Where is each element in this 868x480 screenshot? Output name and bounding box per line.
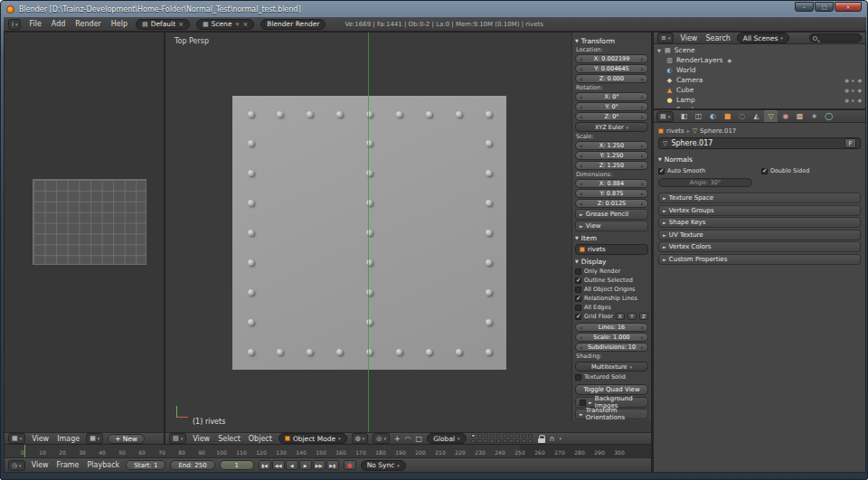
layer-toggle-13[interactable] — [484, 439, 488, 443]
layer-toggle-16[interactable] — [503, 439, 507, 443]
uv-image-editor[interactable]: ▦▾ View Image ▦▾ +New — [5, 33, 164, 444]
panel-vertex-groups[interactable]: ►Vertex Groups — [658, 205, 861, 216]
toggle-all-edges[interactable]: All Edges — [575, 303, 648, 312]
render-engine-selector[interactable]: Blender Render — [260, 19, 326, 30]
panel-custom-properties[interactable]: ►Custom Properties — [658, 254, 861, 265]
layer-toggle-1[interactable] — [471, 434, 476, 438]
outliner-item-cube[interactable]: ▲Cube◉▸◆ — [654, 85, 865, 95]
layer-toggle-7[interactable] — [509, 434, 514, 438]
layer-toggle-17[interactable] — [509, 439, 514, 443]
panel-view[interactable]: ►View — [575, 221, 648, 231]
panel-display[interactable]: ▼Display — [575, 256, 648, 267]
add-scene-icon[interactable]: + — [235, 21, 241, 28]
layer-toggle-9[interactable] — [522, 434, 526, 438]
layer-toggle-20[interactable] — [528, 439, 533, 443]
titlebar[interactable]: Blender [D:\Trainz-Development\Home-Fold… — [1, 1, 867, 17]
manipulator-scale-icon[interactable]: □ — [416, 435, 423, 443]
layer-toggle-11[interactable] — [471, 439, 476, 443]
toggle-quad-view-button[interactable]: Toggle Quad View — [575, 384, 648, 395]
panel-shape-keys[interactable]: ►Shape Keys — [658, 217, 861, 228]
timeline-ruler[interactable]: 0102030405060708090100110120130140150160… — [5, 445, 651, 458]
number-field-z[interactable]: Z: 0.000 — [575, 74, 648, 83]
menu-object[interactable]: Object — [247, 435, 274, 443]
select-toggle-icon[interactable]: ▸ — [852, 77, 854, 83]
outliner-item-world[interactable]: ◐World — [654, 65, 865, 75]
number-field-z[interactable]: Z: 1.250 — [575, 161, 648, 170]
axis-toggle-x[interactable]: X — [616, 313, 625, 320]
tab-world[interactable]: ◐ — [706, 110, 720, 122]
editor-type-button-outliner[interactable]: ≡▾ — [657, 33, 674, 43]
checkbox[interactable] — [575, 287, 581, 293]
tab-constraints[interactable]: ◌ — [735, 110, 749, 122]
panel-transform-orientations[interactable]: ►Transform Orientations — [575, 409, 648, 419]
layer-toggle-10[interactable] — [528, 434, 533, 438]
checkbox[interactable] — [575, 278, 581, 284]
select-toggle-icon[interactable]: ▸ — [852, 107, 854, 108]
checkbox[interactable] — [761, 168, 768, 174]
editor-type-button-3d[interactable]: ▧▾ — [169, 433, 186, 444]
number-field-scale[interactable]: Scale: 1.000 — [575, 333, 648, 342]
tab-physics[interactable]: ◯ — [822, 110, 835, 122]
axis-toggle-y[interactable]: Y — [627, 313, 637, 320]
render-toggle-icon[interactable]: ◆ — [857, 97, 862, 103]
number-field-subdivisions[interactable]: Subdivisions: 10 — [575, 343, 648, 352]
jump-end-button[interactable]: ▶▮ — [326, 460, 339, 470]
play-button[interactable]: ▶ — [299, 460, 312, 470]
render-toggle-icon[interactable]: ◆ — [857, 107, 862, 108]
maximize-button[interactable]: □ — [815, 2, 834, 12]
editor-type-button-image[interactable]: ▦▾ — [8, 433, 25, 444]
frame-start-field[interactable]: Start: 1 — [126, 460, 165, 470]
editor-type-button-properties[interactable]: ▤▾ — [656, 111, 674, 122]
panel-item[interactable]: ▼Item — [575, 232, 648, 243]
menu-select[interactable]: Select — [216, 435, 242, 443]
current-frame-field[interactable]: 1 — [220, 460, 254, 470]
layer-toggle-2[interactable] — [477, 434, 482, 438]
render-toggle-icon[interactable]: ◆ — [857, 77, 862, 83]
menu-frame[interactable]: Frame — [55, 461, 81, 469]
outliner-item-scene[interactable]: ▼▤Scene — [654, 45, 865, 55]
orientation-d2ropdown[interactable]: Global▾ — [427, 433, 466, 444]
tab-render[interactable]: ◧ — [677, 110, 691, 122]
checkbox[interactable] — [575, 374, 581, 381]
menu-help[interactable]: Help — [109, 20, 129, 28]
toggle-relationship-lines[interactable]: Relationship Lines — [575, 294, 648, 303]
new-image-button[interactable]: +New — [108, 434, 145, 444]
layer-toggle-6[interactable] — [503, 434, 507, 438]
toggle-double-sided[interactable]: Double Sided — [761, 166, 861, 175]
unlink-icon[interactable]: × — [178, 21, 184, 28]
hide-toggle-icon[interactable]: ◉ — [844, 97, 849, 103]
tab-scene[interactable]: ◫ — [692, 110, 705, 122]
toggle-only-render[interactable]: Only Render — [575, 267, 648, 276]
toggle-outline-selected[interactable]: Outline Selected — [575, 276, 648, 285]
panel-normals[interactable]: ▼Normals — [658, 154, 861, 165]
layer-toggle-14[interactable] — [490, 439, 495, 443]
tab-material[interactable]: ◉ — [778, 110, 792, 122]
outliner-item-s-poly[interactable]: ▲S-poly◉▸◆ — [654, 105, 865, 108]
manipulator-rotate-icon[interactable]: ◠ — [405, 435, 411, 443]
menu-view[interactable]: View — [191, 435, 212, 443]
scene-selector[interactable]: ▦ Scene + × — [196, 19, 254, 30]
panel-transform[interactable]: ▼Transform — [575, 35, 648, 46]
image-browse-button[interactable]: ▦▾ — [86, 433, 103, 444]
shading-mode-dropdown[interactable]: Multitexture▾ — [575, 362, 648, 372]
menu-add[interactable]: Add — [50, 20, 68, 28]
outliner-item-camera[interactable]: ◆Camera◉▸◆ — [654, 75, 865, 85]
next-keyframe-button[interactable]: ▶▶ — [313, 460, 326, 470]
outliner-item-lamp[interactable]: ●Lamp◉▸◆ — [654, 95, 865, 105]
checkbox[interactable] — [580, 400, 586, 406]
layer-toggle-18[interactable] — [515, 439, 520, 443]
record-button[interactable]: ● — [344, 460, 356, 470]
outliner-scope-dropdown[interactable]: All Scenes▾ — [737, 33, 789, 43]
tab-texture[interactable]: ▩ — [793, 110, 807, 122]
editor-type-button-timeline[interactable]: ◷▾ — [8, 460, 25, 471]
rotation-mode-dropdown[interactable]: XYZ Euler▾ — [575, 122, 648, 132]
object-name-field[interactable]: rivets — [575, 244, 648, 255]
number-field-z[interactable]: Z: 0.0125 — [575, 199, 648, 208]
checkbox[interactable] — [575, 314, 581, 320]
layer-toggle-8[interactable] — [515, 434, 520, 438]
number-field-x[interactable]: X: 0.002199 — [575, 54, 648, 63]
lock-icon[interactable] — [538, 435, 545, 443]
menu-image[interactable]: Image — [55, 435, 81, 443]
fake-user-button[interactable]: F — [844, 138, 856, 148]
outliner-item-renderlayers[interactable]: ▥RenderLayers◆ — [654, 55, 865, 65]
